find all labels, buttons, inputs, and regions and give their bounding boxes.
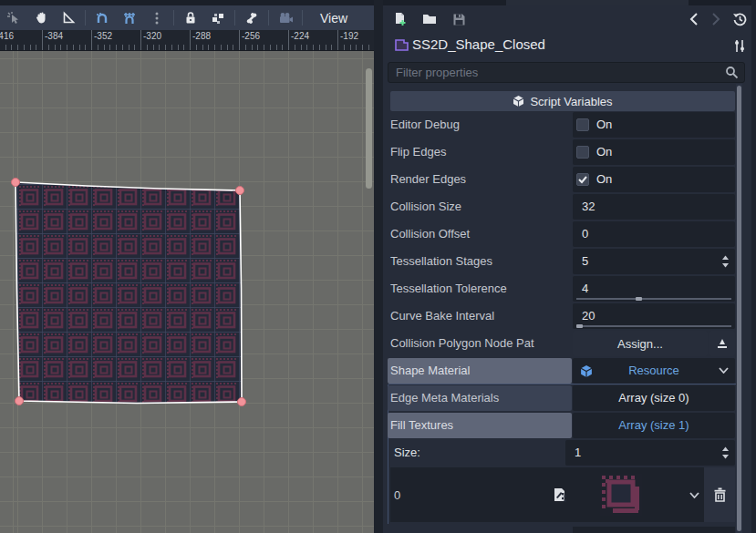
- filter-properties-input[interactable]: [388, 62, 745, 83]
- property-label: Edge Meta Materials: [390, 391, 499, 405]
- panel-divider[interactable]: [374, 0, 383, 533]
- tools-sliders-icon: [733, 39, 746, 53]
- tessellation-stages-field[interactable]: 5: [573, 249, 735, 274]
- lock-button[interactable]: [177, 6, 204, 29]
- assign-button[interactable]: Assign...: [573, 331, 708, 356]
- property-label: Collision Offset: [390, 227, 470, 241]
- property-row-flip-edges: Flip Edges On: [390, 139, 735, 165]
- inspector-right-edge: [751, 0, 756, 533]
- property-row-shape-material: Shape Material Resource: [390, 358, 735, 384]
- ruler-tool-button[interactable]: [55, 6, 82, 29]
- tessellation-tolerence-field[interactable]: 4: [573, 276, 735, 302]
- chevron-down-icon[interactable]: [719, 367, 729, 374]
- skeleton-button[interactable]: [238, 6, 265, 29]
- edit-image-icon[interactable]: [553, 487, 567, 502]
- folder-icon: [422, 13, 437, 26]
- lock-icon: [184, 11, 197, 25]
- save-resource-button[interactable]: [447, 7, 471, 31]
- canvas-viewport[interactable]: View -416-384-352-320-288-256-224-192: [0, 0, 374, 533]
- save-icon: [452, 13, 466, 26]
- checkbox-unchecked[interactable]: [576, 146, 589, 159]
- property-row-curve-bake-interval: Curve Bake Interval 20: [390, 303, 735, 329]
- property-row-render-edges: Render Edges On: [390, 167, 735, 192]
- grid-snap-button[interactable]: [116, 6, 143, 29]
- shape-handle[interactable]: [16, 397, 24, 405]
- check-icon: [577, 174, 588, 185]
- spinner-updown-icon[interactable]: [721, 446, 730, 459]
- slider-track[interactable]: [576, 298, 731, 300]
- next-row-partial: [573, 527, 735, 533]
- pan-hand-icon: [35, 11, 48, 25]
- grid-snap-icon: [122, 11, 137, 26]
- select-tool-button[interactable]: [0, 6, 27, 29]
- inspector-panel: SS2D_Shape_Closed Script V: [383, 0, 756, 533]
- property-label: Collision Size: [390, 200, 461, 213]
- history-icon: [732, 12, 747, 26]
- toolbar-separator: [268, 10, 269, 26]
- history-back-button[interactable]: [682, 7, 706, 31]
- collision-offset-field[interactable]: 0: [573, 221, 735, 247]
- render-edges-cell: On: [573, 167, 735, 192]
- section-script-variables[interactable]: Script Variables: [390, 91, 735, 111]
- shape-handle[interactable]: [236, 187, 244, 195]
- slider-track[interactable]: [576, 325, 731, 327]
- edge-meta-materials-array[interactable]: Array (size 0): [573, 385, 735, 411]
- pan-tool-button[interactable]: [27, 6, 55, 29]
- property-label: Tessellation Tolerence: [390, 282, 507, 295]
- shape-2d[interactable]: [0, 51, 374, 533]
- toolbar-separator: [85, 10, 86, 26]
- checkbox-unchecked[interactable]: [576, 118, 589, 131]
- new-resource-button[interactable]: [388, 7, 412, 31]
- new-resource-icon: [393, 12, 408, 26]
- shape-handle[interactable]: [238, 398, 246, 406]
- texture-preview[interactable]: [600, 474, 642, 516]
- history-forward-button[interactable]: [704, 7, 728, 31]
- extra-options-button[interactable]: [728, 34, 751, 57]
- shape-polygon[interactable]: [16, 182, 242, 404]
- camera-icon: [278, 12, 294, 25]
- assign-picker-button[interactable]: [709, 331, 735, 356]
- inspector-toolbar: [383, 5, 756, 33]
- property-row-edge-meta-materials: Edge Meta Materials Array (size 0): [390, 385, 735, 411]
- shape-handle[interactable]: [12, 179, 20, 187]
- property-label: Collision Polygon Node Pat: [390, 336, 534, 350]
- slider-grabber[interactable]: [576, 324, 583, 328]
- smart-snap-icon: [95, 11, 109, 26]
- chevron-down-icon[interactable]: [689, 492, 699, 498]
- property-row-editor-debug: Editor Debug On: [390, 112, 735, 138]
- view-menu-button[interactable]: View: [311, 11, 357, 26]
- smart-snap-button[interactable]: [88, 6, 116, 29]
- load-resource-button[interactable]: [418, 7, 441, 31]
- property-row-collision-size: Collision Size 32: [390, 194, 735, 220]
- array-element-row: 0: [390, 467, 735, 522]
- canvas-vertical-scrollbar[interactable]: [366, 68, 372, 189]
- shape-material-resource[interactable]: Resource: [573, 358, 735, 384]
- checkbox-checked[interactable]: [576, 173, 589, 186]
- godot-editor: View -416-384-352-320-288-256-224-192: [0, 0, 756, 533]
- camera-override-button[interactable]: [272, 6, 299, 29]
- toolbar-separator: [302, 10, 303, 26]
- curve-bake-interval-field[interactable]: 20: [573, 303, 735, 329]
- property-row-array-size: Size: 1: [390, 440, 735, 466]
- flip-edges-cell: On: [573, 139, 735, 165]
- search-icon: [725, 66, 739, 79]
- property-label: Editor Debug: [390, 118, 460, 131]
- vertical-dots-icon: [154, 11, 160, 26]
- inspector-scrollbar-thumb[interactable]: [737, 86, 741, 531]
- object-history-button[interactable]: [728, 7, 751, 31]
- delete-element-button[interactable]: [704, 467, 735, 522]
- collision-size-field[interactable]: 32: [573, 194, 735, 220]
- snap-options-button[interactable]: [143, 6, 171, 29]
- editor-debug-cell: On: [573, 112, 735, 138]
- spinner-updown-icon[interactable]: [721, 255, 730, 268]
- bone-icon: [244, 11, 259, 26]
- array-size-field[interactable]: 1: [565, 440, 735, 466]
- property-label: Render Edges: [390, 172, 466, 186]
- ruler-triangle-icon: [62, 11, 76, 25]
- group-button[interactable]: [204, 6, 232, 29]
- property-label: Tessellation Stages: [390, 254, 492, 268]
- fill-textures-array[interactable]: Array (size 1): [573, 413, 735, 438]
- group-icon: [211, 11, 225, 26]
- slider-grabber[interactable]: [636, 297, 642, 301]
- node-title: SS2D_Shape_Closed: [412, 36, 545, 52]
